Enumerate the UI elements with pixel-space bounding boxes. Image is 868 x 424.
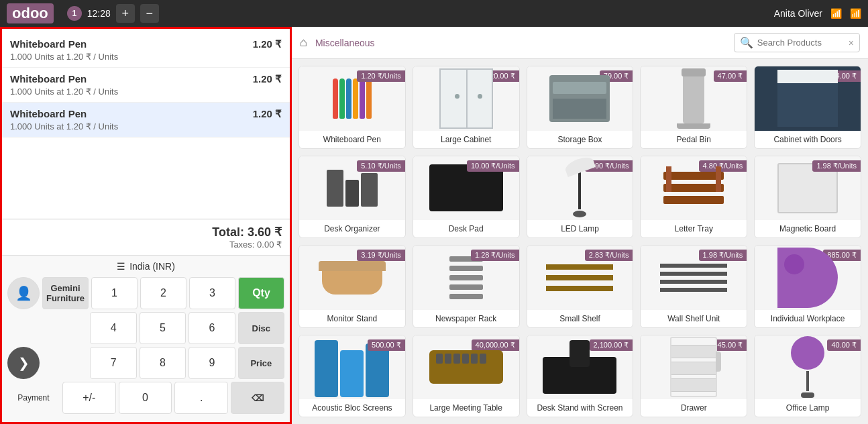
right-panel: ⌂ Miscellaneous 🔍 × 1.20 ₹/Units Whitebo… xyxy=(292,27,868,424)
num-9[interactable]: 9 xyxy=(188,347,235,379)
product-name-10: Magnetic Board xyxy=(755,220,861,237)
meeting-table-img xyxy=(429,340,503,394)
order-line-3-name: Whiteboard Pen xyxy=(10,108,87,120)
price-badge-4: 47.00 ₹ xyxy=(714,70,747,82)
price-badge-1: 1.20 ₹/Units xyxy=(357,70,405,82)
price-badge-6: 5.10 ₹/Units xyxy=(357,160,405,172)
order-line-2-name: Whiteboard Pen xyxy=(10,73,87,85)
customer-icon[interactable]: 👤 xyxy=(7,277,40,309)
product-drawer[interactable]: 3,645.00 ₹ Drawer xyxy=(640,335,747,418)
order-line-1-detail: 1.000 Units at 1.20 ₹ / Units xyxy=(10,52,282,62)
wifi-icon: 📶 xyxy=(830,8,842,19)
product-wall-shelf[interactable]: 1.98 ₹/Units Wall Shelf Unit xyxy=(640,245,747,328)
newspaper-rack-img xyxy=(449,256,483,299)
product-newspaper-rack[interactable]: 1.28 ₹/Units Newspaper Rack xyxy=(413,245,520,328)
topbar: odoo 1 12:28 + − Anita Oliver 📶 📶 xyxy=(0,0,868,27)
num-6[interactable]: 6 xyxy=(188,312,235,344)
payment-label-left: Payment xyxy=(7,393,60,403)
product-name-19: Drawer xyxy=(641,399,747,417)
price-badge-16: 500.00 ₹ xyxy=(368,339,405,351)
small-shelf-img xyxy=(541,259,618,297)
storage-box-img xyxy=(549,75,610,122)
num-0[interactable]: 0 xyxy=(119,382,172,414)
product-name-3: Storage Box xyxy=(527,131,633,148)
num-4[interactable]: 4 xyxy=(90,312,136,344)
num-plusminus[interactable]: +/- xyxy=(62,382,116,414)
minus-session-button[interactable]: − xyxy=(140,4,159,23)
product-large-cabinet[interactable]: 320.00 ₹ Large Cabinet xyxy=(413,66,520,149)
order-line-2-detail: 1.000 Units at 1.20 ₹ / Units xyxy=(10,87,282,97)
order-line-2-price: 1.20 ₹ xyxy=(253,73,282,85)
num-2[interactable]: 2 xyxy=(140,277,186,309)
price-badge-13: 2.83 ₹/Units xyxy=(585,250,633,261)
order-line-1[interactable]: Whiteboard Pen 1.20 ₹ 1.000 Units at 1.2… xyxy=(2,33,290,68)
price-badge-11: 3.19 ₹/Units xyxy=(357,250,405,261)
product-whiteboard-pen[interactable]: 1.20 ₹/Units Whiteboard Pen xyxy=(299,66,406,149)
order-total: Total: 3.60 ₹ Taxes: 0.00 ₹ xyxy=(2,219,290,255)
search-box[interactable]: 🔍 × xyxy=(734,33,860,52)
customer-row: 👤 Gemini Furniture 1 2 3 Qty xyxy=(7,277,284,309)
num-3[interactable]: 3 xyxy=(189,277,235,309)
order-line-3-detail: 1.000 Units at 1.20 ₹ / Units xyxy=(10,121,282,131)
product-letter-tray[interactable]: 4.80 ₹/Units Letter Tray xyxy=(640,156,747,239)
num-1[interactable]: 1 xyxy=(91,277,138,309)
product-meeting-table[interactable]: 40,000.00 ₹ Large Meeting Table xyxy=(413,335,520,418)
product-storage-box[interactable]: 79.00 ₹ Storage Box xyxy=(527,66,634,149)
currency-list-icon: ☰ xyxy=(117,261,125,272)
product-led-lamp[interactable]: 0.90 ₹/Units LED Lamp xyxy=(527,156,634,239)
product-acoustic-screens[interactable]: 500.00 ₹ Acoustic Bloc Screens xyxy=(299,335,406,418)
order-line-1-price: 1.20 ₹ xyxy=(253,38,282,50)
qty-button[interactable]: Qty xyxy=(238,277,284,309)
home-button[interactable]: ⌂ xyxy=(300,36,307,50)
product-magnetic-board[interactable]: 1.98 ₹/Units Magnetic Board xyxy=(754,156,861,239)
order-line-1-name: Whiteboard Pen xyxy=(10,38,87,50)
desk-pad-img xyxy=(429,164,503,211)
search-icon: 🔍 xyxy=(740,36,753,49)
product-pedal-bin[interactable]: 47.00 ₹ Pedal Bin xyxy=(640,66,747,149)
currency-selector[interactable]: ☰ India (INR) xyxy=(7,261,284,272)
order-line-2[interactable]: Whiteboard Pen 1.20 ₹ 1.000 Units at 1.2… xyxy=(2,68,290,103)
breadcrumb[interactable]: Miscellaneous xyxy=(315,38,375,48)
product-individual-workplace[interactable]: 885.00 ₹ Individual Workplace xyxy=(754,245,861,328)
product-grid: 1.20 ₹/Units Whiteboard Pen 320.00 ₹ xyxy=(292,59,868,424)
num-8[interactable]: 8 xyxy=(140,347,186,379)
product-desk-pad[interactable]: 10.00 ₹/Units Desk Pad xyxy=(413,156,520,239)
product-name-18: Desk Stand with Screen xyxy=(527,399,633,417)
product-cabinet-doors[interactable]: 14.00 ₹ Cabinet with Doors xyxy=(754,66,861,149)
numpad-section: ☰ India (INR) 👤 Gemini Furniture 1 2 3 Q… xyxy=(2,255,290,422)
left-panel: Whiteboard Pen 1.20 ₹ 1.000 Units at 1.2… xyxy=(0,27,292,424)
customer-name[interactable]: Gemini Furniture xyxy=(42,277,89,309)
cabinet-doors-img xyxy=(777,70,838,127)
main-layout: Whiteboard Pen 1.20 ₹ 1.000 Units at 1.2… xyxy=(0,27,868,424)
product-desk-stand[interactable]: 2,100.00 ₹ Desk Stand with Screen xyxy=(527,335,634,418)
individual-workplace-img xyxy=(777,248,838,308)
close-icon[interactable]: × xyxy=(849,38,854,48)
next-button[interactable]: ❯ xyxy=(7,347,40,379)
price-badge-10: 1.98 ₹/Units xyxy=(812,160,861,172)
add-session-button[interactable]: + xyxy=(116,4,135,23)
topbar-center: 1 12:28 + − xyxy=(67,4,159,23)
product-name-12: Newspaper Rack xyxy=(413,310,519,327)
num-7[interactable]: 7 xyxy=(90,347,136,379)
product-small-shelf[interactable]: 2.83 ₹/Units Small Shelf xyxy=(527,245,634,328)
product-office-lamp[interactable]: 40.00 ₹ Office Lamp xyxy=(754,335,861,418)
product-name-13: Small Shelf xyxy=(527,310,633,327)
product-desk-organizer[interactable]: 5.10 ₹/Units Desk Organizer xyxy=(299,156,406,239)
right-header: ⌂ Miscellaneous 🔍 × xyxy=(292,27,868,59)
price-badge-14: 1.98 ₹/Units xyxy=(699,250,747,261)
num-dot[interactable]: . xyxy=(174,382,228,414)
product-monitor-stand[interactable]: 3.19 ₹/Units Monitor Stand xyxy=(299,245,406,328)
order-lines: Whiteboard Pen 1.20 ₹ 1.000 Units at 1.2… xyxy=(2,29,290,219)
total-amount: Total: 3.60 ₹ xyxy=(10,225,282,240)
product-name-2: Large Cabinet xyxy=(413,131,519,148)
backspace-button[interactable]: ⌫ xyxy=(231,382,284,414)
price-button[interactable]: Price xyxy=(238,347,284,379)
monitor-stand-img xyxy=(319,261,386,295)
num-5[interactable]: 5 xyxy=(140,312,186,344)
search-input[interactable] xyxy=(757,38,845,48)
disc-button[interactable]: Disc xyxy=(238,312,284,344)
topbar-right: Anita Oliver 📶 📶 xyxy=(774,8,861,19)
order-line-3[interactable]: Whiteboard Pen 1.20 ₹ 1.000 Units at 1.2… xyxy=(2,103,290,138)
product-name-9: Letter Tray xyxy=(641,220,747,237)
office-lamp-img xyxy=(791,336,824,398)
